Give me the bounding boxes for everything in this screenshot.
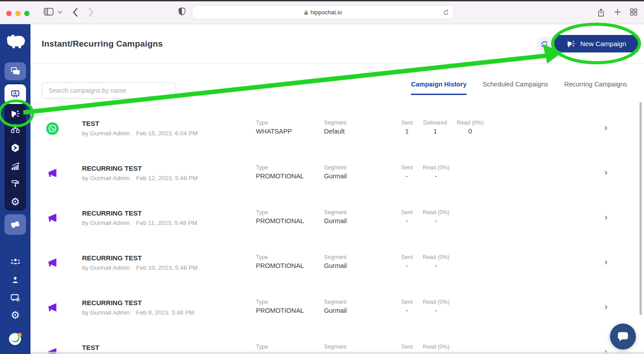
megaphone-icon bbox=[46, 302, 59, 314]
campaign-date: Feb 9, 2023, 5:48 PM bbox=[136, 309, 194, 316]
stat-type: TypePROMOTIONAL bbox=[256, 254, 304, 269]
person-icon bbox=[10, 275, 20, 285]
chevron-down-icon[interactable] bbox=[57, 10, 62, 14]
brand-logo[interactable] bbox=[4, 330, 26, 346]
app-sidebar: ⚙ ⚙ bbox=[0, 24, 30, 354]
stat-segment: SegmentGurmail bbox=[324, 299, 347, 314]
minimize-window-button[interactable] bbox=[15, 11, 21, 16]
hexagon-play-icon bbox=[10, 143, 20, 153]
sidebar-item-flows[interactable] bbox=[4, 121, 26, 137]
zoom-window-button[interactable] bbox=[24, 11, 30, 16]
campaign-date: Feb 10, 2023, 5:48 PM bbox=[136, 264, 198, 271]
campaign-name: RECURRING TEST bbox=[82, 299, 142, 307]
campaign-name: RECURRING TEST bbox=[82, 254, 142, 262]
campaign-author: by Gurmail Admin bbox=[82, 175, 130, 181]
campaign-row[interactable]: RECURRING TEST by Gurmail AdminFeb 11, 2… bbox=[30, 196, 644, 241]
sidebar-item-conversations[interactable] bbox=[4, 62, 26, 80]
sidebar-item-analytics[interactable] bbox=[4, 158, 26, 174]
page-title: Instant/Recurring Campaigns bbox=[42, 39, 163, 49]
forward-button[interactable] bbox=[88, 8, 94, 17]
sidebar-item-design[interactable] bbox=[4, 176, 26, 192]
stat-type: Type bbox=[256, 344, 268, 352]
hippo-logo[interactable] bbox=[4, 30, 26, 53]
stat-read: Read (0%)- bbox=[418, 254, 454, 269]
sidebar-broadcast-group: ⚙ bbox=[4, 83, 26, 211]
people-group-icon bbox=[10, 256, 21, 267]
campaign-date: Feb 12, 2023, 5:48 PM bbox=[136, 175, 198, 181]
scrollbar-thumb[interactable] bbox=[640, 102, 642, 315]
sidebar-item-chat-settings[interactable] bbox=[4, 289, 26, 307]
sidebar-item-integrations[interactable] bbox=[4, 140, 26, 156]
campaign-row[interactable]: RECURRING TEST by Gurmail AdminFeb 9, 20… bbox=[30, 285, 644, 330]
new-campaign-button[interactable]: New Campaign bbox=[554, 35, 638, 52]
sidebar-item-profile[interactable] bbox=[4, 271, 26, 289]
privacy-shield-icon[interactable] bbox=[178, 7, 186, 16]
chevron-right-icon[interactable]: › bbox=[604, 212, 608, 223]
megaphone-icon bbox=[46, 257, 59, 269]
stat-read: Read (0%) bbox=[418, 344, 454, 352]
stat-type: TypePROMOTIONAL bbox=[256, 299, 304, 314]
stat-type: TypeWHATSAPP bbox=[256, 120, 292, 135]
campaign-name: TEST bbox=[82, 344, 99, 351]
back-button[interactable] bbox=[72, 8, 78, 17]
chat-bubble-icon bbox=[616, 330, 630, 343]
share-icon[interactable] bbox=[596, 8, 605, 18]
stat-delivered: Delivered1 bbox=[422, 120, 449, 135]
campaign-author: by Gurmail Admin bbox=[82, 309, 130, 316]
sidebar-item-teams[interactable] bbox=[4, 252, 26, 270]
hierarchy-icon bbox=[10, 124, 20, 134]
campaign-row[interactable]: RECURRING TEST by Gurmail AdminFeb 10, 2… bbox=[30, 241, 644, 285]
campaign-author: by Gurmail Admin bbox=[82, 130, 130, 137]
campaign-date: Feb 15, 2023, 6:04 PM bbox=[136, 130, 198, 137]
stat-segment: SegmentGurmail bbox=[324, 164, 347, 180]
tab-overview-icon[interactable] bbox=[629, 8, 638, 17]
tab-scheduled-campaigns[interactable]: Scheduled Campaigns bbox=[483, 81, 548, 95]
screen-top-edge bbox=[0, 0, 644, 1]
megaphone-icon bbox=[46, 212, 59, 224]
search-input[interactable] bbox=[42, 82, 176, 99]
refresh-button[interactable] bbox=[536, 36, 552, 52]
sidebar-item-automation-settings[interactable]: ⚙ bbox=[4, 194, 26, 210]
stat-read: Read (0%)- bbox=[418, 164, 454, 180]
lock-icon bbox=[304, 10, 308, 15]
chat-launcher-button[interactable] bbox=[610, 324, 636, 350]
gear-icon: ⚙ bbox=[11, 310, 20, 320]
address-bar[interactable]: hippochat.io bbox=[192, 5, 454, 19]
chevron-right-icon[interactable]: › bbox=[604, 257, 608, 268]
campaign-row[interactable]: TEST by Gurmail AdminFeb 15, 2023, 6:04 … bbox=[30, 106, 644, 151]
stat-segment: Segment bbox=[324, 344, 346, 352]
campaign-name: TEST bbox=[82, 120, 99, 127]
sidebar-item-dashboard[interactable] bbox=[4, 84, 26, 104]
sidebar-item-campaigns[interactable] bbox=[4, 105, 26, 121]
stat-sent: Sent1 bbox=[393, 120, 420, 135]
stat-sent: Sent- bbox=[393, 209, 420, 224]
campaign-row[interactable]: TEST TypeSegmentSentRead (0%)› bbox=[30, 330, 644, 354]
campaign-author: by Gurmail Admin bbox=[82, 220, 130, 226]
tab-bar: Campaign History Scheduled Campaigns Rec… bbox=[411, 81, 627, 95]
sidebar-item-settings[interactable]: ⚙ bbox=[4, 306, 26, 324]
stat-type: TypePROMOTIONAL bbox=[256, 164, 304, 180]
sidebar-toggle-icon[interactable] bbox=[43, 8, 54, 16]
stat-sent: Sent- bbox=[393, 164, 420, 180]
ticket-icon bbox=[9, 219, 21, 230]
chevron-right-icon[interactable]: › bbox=[604, 167, 608, 178]
stat-type: TypePROMOTIONAL bbox=[256, 209, 304, 224]
stat-read: Read (0%)0 bbox=[452, 120, 488, 135]
stat-segment: SegmentGurmail bbox=[324, 254, 347, 269]
chevron-right-icon[interactable]: › bbox=[604, 122, 608, 133]
tab-recurring-campaigns[interactable]: Recurring Campaigns bbox=[564, 81, 627, 95]
tab-campaign-history[interactable]: Campaign History bbox=[411, 81, 467, 95]
sidebar-item-tickets[interactable] bbox=[4, 214, 26, 235]
megaphone-icon bbox=[566, 39, 576, 48]
close-window-button[interactable] bbox=[6, 11, 12, 16]
chevron-right-icon[interactable]: › bbox=[604, 302, 608, 312]
reload-icon[interactable] bbox=[442, 9, 450, 18]
whatsapp-icon bbox=[46, 122, 59, 135]
campaign-row[interactable]: RECURRING TEST by Gurmail AdminFeb 12, 2… bbox=[30, 151, 644, 196]
presentation-board-icon bbox=[10, 89, 21, 99]
browser-toolbar: hippochat.io bbox=[0, 1, 644, 24]
new-tab-icon[interactable] bbox=[613, 8, 622, 17]
chat-bubbles-icon bbox=[10, 66, 21, 77]
window-bottom-edge bbox=[30, 352, 644, 354]
campaign-author: by Gurmail Admin bbox=[82, 264, 130, 271]
